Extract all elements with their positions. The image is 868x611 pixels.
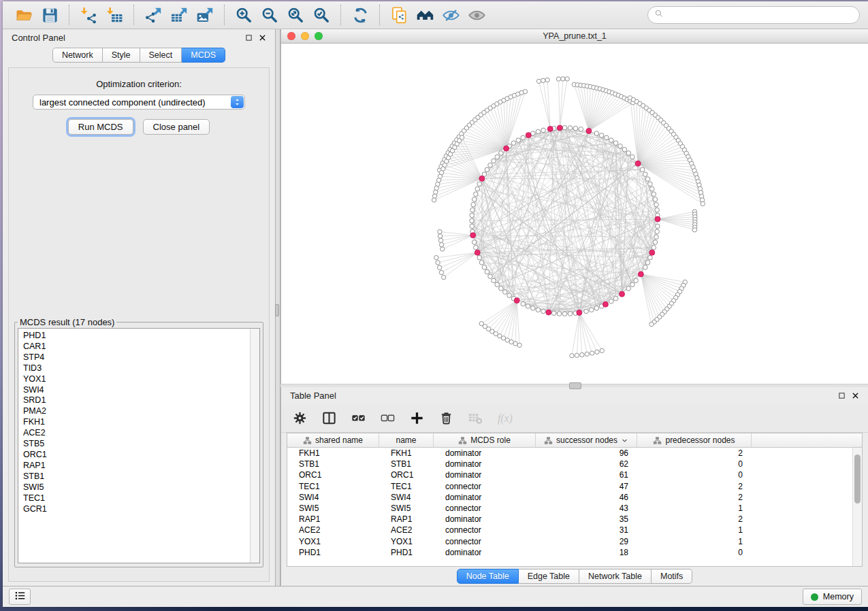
export-image-icon[interactable] [192, 4, 218, 26]
zoom-in-icon[interactable] [231, 4, 257, 26]
hide-selected-icon[interactable] [438, 4, 464, 26]
tab-select[interactable]: Select [140, 48, 182, 63]
mcds-result-item[interactable]: FKH1 [23, 417, 250, 428]
column-header-predecessor-nodes[interactable]: predecessor nodes [637, 433, 752, 447]
select-all-icon[interactable] [351, 410, 366, 426]
control-panel-tabs: NetworkStyleSelectMCDS [3, 48, 275, 63]
table-cell: STB1 [287, 459, 379, 469]
close-panel-button[interactable]: Close panel [143, 119, 210, 135]
table-row[interactable]: RAP1RAP1dominator352 [287, 514, 862, 525]
mcds-result-item[interactable]: SRD1 [23, 395, 250, 406]
mcds-result-item[interactable]: SWI4 [23, 385, 250, 396]
settings-icon[interactable] [292, 410, 308, 426]
column-header-MCDS-role[interactable]: MCDS role [434, 433, 536, 447]
import-table-icon[interactable] [101, 4, 127, 26]
vertical-splitter[interactable] [275, 29, 280, 586]
table-panel-title: Table Panel [290, 391, 336, 401]
mcds-result-item[interactable]: RAP1 [23, 461, 250, 472]
run-mcds-button[interactable]: Run MCDS [68, 119, 133, 135]
import-network-icon[interactable] [76, 4, 101, 26]
splitter-grip-icon[interactable] [275, 304, 279, 316]
table-panel-close-icon[interactable] [852, 392, 859, 399]
column-header-successor-nodes[interactable]: successor nodes [536, 433, 637, 447]
export-network-icon[interactable] [140, 4, 166, 26]
status-menu-button[interactable] [9, 589, 31, 605]
save-icon[interactable] [37, 4, 63, 26]
mcds-result-item[interactable]: CAR1 [23, 342, 250, 352]
mcds-result-item[interactable]: STP4 [23, 352, 250, 363]
table-row[interactable]: YOX1YOX1connector291 [287, 536, 862, 547]
control-panel-title: Control Panel [12, 33, 65, 43]
horizontal-splitter[interactable] [280, 384, 868, 387]
export-table-icon[interactable] [166, 4, 192, 26]
table-row[interactable]: SWI4SWI4dominator462 [287, 492, 862, 503]
zoom-selected-icon[interactable] [308, 4, 334, 26]
table-row[interactable]: FKH1FKH1dominator962 [287, 448, 862, 459]
tab-network[interactable]: Network [52, 48, 103, 63]
control-panel-close-icon[interactable] [259, 34, 266, 42]
zoom-fit-icon[interactable] [283, 4, 308, 26]
columns-icon[interactable] [321, 410, 337, 426]
mcds-result-item[interactable]: STB1 [23, 472, 250, 482]
clone-network-icon[interactable] [386, 4, 412, 26]
column-header-shared-name[interactable]: shared name [287, 433, 379, 447]
mcds-result-item[interactable]: STB5 [23, 439, 250, 450]
table-row[interactable]: STB1STB1dominator620 [287, 459, 862, 469]
table-cell: connector [434, 537, 536, 546]
table-row[interactable]: PHD1PHD1dominator180 [287, 547, 862, 558]
mcds-result-item[interactable]: GCR1 [23, 504, 250, 515]
delete-icon[interactable] [438, 410, 454, 426]
search-box[interactable] [647, 6, 860, 24]
table-cell: 0 [637, 459, 752, 469]
network-canvas[interactable] [281, 44, 868, 384]
column-label: successor nodes [556, 435, 617, 445]
mcds-result-item[interactable]: YOX1 [23, 374, 250, 385]
mcds-list-scrollbar[interactable] [250, 329, 259, 563]
app-window: Control Panel NetworkStyleSelectMCDS Opt… [3, 1, 868, 607]
memory-button[interactable]: Memory [803, 589, 862, 605]
minimize-window-icon[interactable] [301, 32, 309, 40]
mcds-result-item[interactable]: ACE2 [23, 428, 250, 439]
table-cell: 96 [536, 448, 637, 458]
deselect-all-icon[interactable] [380, 410, 396, 426]
table-row[interactable]: ACE2ACE2connector311 [287, 525, 862, 535]
mcds-result-item[interactable]: TID3 [23, 363, 250, 374]
refresh-icon[interactable] [347, 4, 373, 26]
table-tab-node-table[interactable]: Node Table [457, 569, 519, 584]
network-window-titlebar[interactable]: YPA_prune.txt_1 [281, 29, 868, 44]
table-cell: SWI5 [287, 503, 379, 513]
tab-mcds[interactable]: MCDS [182, 48, 225, 63]
mcds-result-item[interactable]: SWI5 [23, 482, 250, 493]
table-cell: dominator [434, 448, 536, 458]
table-cell: 2 [637, 514, 752, 524]
tab-style[interactable]: Style [103, 48, 140, 63]
column-header-name[interactable]: name [379, 433, 434, 447]
open-icon[interactable] [11, 4, 37, 26]
show-all-icon[interactable] [464, 4, 489, 26]
mcds-result-item[interactable]: PHD1 [23, 331, 250, 342]
criterion-select-value: largest connected component (undirected) [39, 97, 206, 108]
control-panel-float-icon[interactable] [245, 34, 253, 42]
mcds-result-item[interactable]: PMA2 [23, 406, 250, 417]
table-row[interactable]: SWI5SWI5connector431 [287, 503, 862, 514]
search-input[interactable] [668, 10, 853, 20]
table-panel-float-icon[interactable] [838, 392, 846, 399]
table-tab-edge-table[interactable]: Edge Table [519, 569, 579, 584]
optimization-criterion-label: Optimization criterion: [9, 79, 269, 89]
add-icon[interactable] [409, 410, 425, 426]
table-row[interactable]: TEC1TEC1connector472 [287, 481, 862, 492]
table-scrollbar[interactable] [852, 448, 862, 566]
close-window-icon[interactable] [287, 32, 295, 40]
splitter-grip-icon[interactable] [569, 382, 581, 389]
table-scrollbar-thumb[interactable] [854, 455, 861, 503]
mcds-result-item[interactable]: ORC1 [23, 450, 250, 461]
table-tab-motifs[interactable]: Motifs [652, 569, 692, 584]
maximize-window-icon[interactable] [315, 32, 323, 40]
criterion-select[interactable]: largest connected component (undirected) [33, 95, 245, 110]
first-neighbors-icon[interactable] [412, 4, 438, 26]
table-tab-network-table[interactable]: Network Table [579, 569, 652, 584]
mcds-result-item[interactable]: TEC1 [23, 493, 250, 504]
table-row[interactable]: ORC1ORC1dominator610 [287, 469, 862, 480]
zoom-out-icon[interactable] [257, 4, 283, 26]
column-label: shared name [315, 435, 363, 445]
